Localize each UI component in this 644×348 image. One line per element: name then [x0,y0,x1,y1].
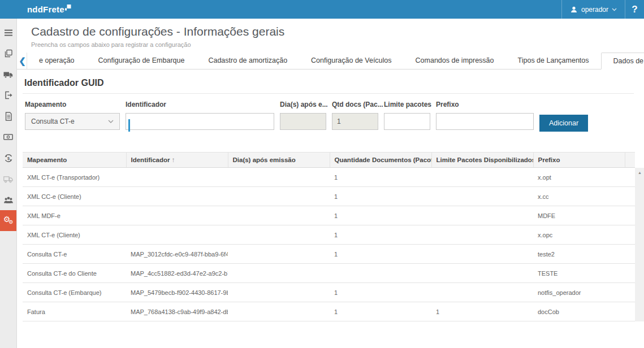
sort-asc-icon: ↑ [170,156,175,163]
table-row[interactable]: XML CT-e (Cliente)1x.opc [23,225,635,245]
cell-mapeamento: Consulta CT-e [23,245,126,264]
cell-empty [625,302,635,321]
table-row[interactable]: FaturaMAP_768a4138-c9ab-49f9-a842-db40..… [23,302,635,321]
sidebar-item-copy[interactable] [0,43,16,64]
tab-e-opera-o[interactable]: e operação [27,53,87,69]
cell-limite [431,283,533,302]
cell-mapeamento: XML CC-e (Cliente) [23,187,126,206]
mapeamento-label: Mapeamento [25,101,120,108]
scroll-up-icon[interactable]: ▲ [635,168,644,175]
cell-empty [625,283,635,302]
chevron-down-icon [108,120,114,123]
sidebar-item-banknote[interactable] [0,127,16,147]
cell-limite [431,187,533,206]
dias-apos-input [280,113,326,130]
column-header-dia-s-ap-s-emiss-o[interactable]: Dia(s) após emissão [228,153,330,168]
section-title: Identificador GUID [24,78,634,88]
mapeamento-select-value: Consulta CT-e [31,118,75,125]
sidebar-item-export[interactable] [0,85,16,106]
cell-prefixo: x.cc [533,187,625,206]
gears-icon: ⚙⚙ [3,215,14,226]
guid-form: Mapeamento Consulta CT-e Identificador D… [25,101,634,132]
cell-mapeamento: Consulta CT-e do Cliente [23,264,126,283]
cell-dias [228,206,330,225]
cell-identificador: MAP_5479becb-f902-4430-8617-9b82... [126,283,228,302]
dias-apos-label: Dia(s) após e... [280,101,326,108]
prefixo-input[interactable] [436,113,534,130]
sidebar-item-truck[interactable] [0,64,16,85]
section-divider [23,93,634,94]
column-header-quantidade-documentos-pacote-[interactable]: Quantidade Documentos (Pacote) [330,153,431,168]
tab-tipos-de-lan-amentos[interactable]: Tipos de Lançamentos [506,53,601,69]
adicionar-button[interactable]: Adicionar [539,115,588,132]
cell-empty [625,206,635,225]
cell-prefixo: x.opt [533,168,625,187]
limite-pacotes-input[interactable] [384,113,430,130]
column-header-prefixo[interactable]: Prefixo [533,153,625,168]
cell-limite [431,225,533,245]
cell-prefixo: x.opc [533,225,625,245]
table-scrollbar[interactable]: ▲ [635,168,644,321]
cell-qtd: 1 [330,245,431,264]
users-icon [3,196,14,204]
table-row[interactable]: Consulta CT-e (Embarque)MAP_5479becb-f90… [23,283,635,302]
column-header-mapeamento[interactable]: Mapeamento [23,153,126,168]
document-icon [5,112,12,121]
cell-empty [625,168,635,187]
page-subtitle: Preencha os campos abaixo para registrar… [31,41,644,48]
tab-configura-o-de-ve-culos[interactable]: Configuração de Veículos [299,53,403,69]
cell-qtd: 1 [330,168,431,187]
top-bar: nddFrete operador ? [0,0,644,19]
cell-prefixo: TESTE [533,264,625,283]
logo-square-icon [65,5,71,11]
cell-dias [228,245,330,264]
user-menu[interactable]: operador [561,0,625,19]
tab-bar: ❮ e operaçãoConfiguração de EmbarqueCada… [17,52,644,69]
sidebar-item-users[interactable] [0,189,16,210]
identificador-input[interactable] [126,113,274,130]
user-name-label: operador [581,6,608,14]
qtd-docs-input [332,113,378,130]
cell-qtd [330,264,431,283]
cell-mapeamento: XML CT-e (Cliente) [23,225,126,245]
cell-mapeamento: XML MDF-e [23,206,126,225]
table-row[interactable]: Consulta CT-eMAP_3012cfdc-e0c9-487f-bba9… [23,245,635,264]
cell-prefixo: MDFE [533,206,625,225]
table-row[interactable]: XML MDF-e1MDFE [23,206,635,225]
cell-mapeamento: XML CT-e (Transportador) [23,168,126,187]
sidebar: $⚙⚙ [0,19,17,348]
cell-identificador [126,206,228,225]
cell-prefixo: docCob [533,302,625,321]
cell-limite [431,264,533,283]
cell-limite [431,245,533,264]
tab-dados-de-mapeamento[interactable]: Dados de Mapeamento [601,53,644,69]
cell-qtd: 1 [330,302,431,321]
mapeamento-select[interactable]: Consulta CT-e [25,113,120,130]
cell-empty [625,245,635,264]
sidebar-item-truck-outline[interactable] [0,168,16,189]
table-header-row: MapeamentoIdentificador ↑Dia(s) após emi… [23,153,635,168]
cell-mapeamento: Fatura [23,302,126,321]
help-button[interactable]: ? [625,0,644,19]
app-logo-text: nddFrete [27,5,64,14]
column-header-identificador[interactable]: Identificador ↑ [126,153,228,168]
cell-identificador [126,225,228,245]
sidebar-item-document[interactable] [0,106,16,127]
tab-cadastro-de-amortiza-o[interactable]: Cadastro de amortização [196,53,299,69]
sidebar-item-menu[interactable] [0,22,16,43]
cell-dias [228,302,330,321]
table-row[interactable]: XML CC-e (Cliente)1x.cc [23,187,635,206]
identificador-label: Identificador [126,101,274,108]
tab-scroll-left-icon[interactable]: ❮ [18,53,27,69]
cell-empty [625,264,635,283]
sidebar-item-gears[interactable]: ⚙⚙ [0,210,16,231]
tab-configura-o-de-embarque[interactable]: Configuração de Embarque [87,53,197,69]
column-header-limite-pacotes-disponibilizados[interactable]: Limite Pacotes Disponibilizados [431,153,533,168]
cell-qtd: 1 [330,283,431,302]
table-row[interactable]: XML CT-e (Transportador)1x.opt [23,168,635,187]
cell-identificador: MAP_3012cfdc-e0c9-487f-bba9-6f46c... [126,245,228,264]
sidebar-item-money-sync[interactable]: $ [0,147,16,168]
tab-comandos-de-impress-o[interactable]: Comandos de impressão [404,53,506,69]
table-row[interactable]: Consulta CT-e do ClienteMAP_4cc51882-ed3… [23,264,635,283]
svg-text:$: $ [7,155,10,160]
